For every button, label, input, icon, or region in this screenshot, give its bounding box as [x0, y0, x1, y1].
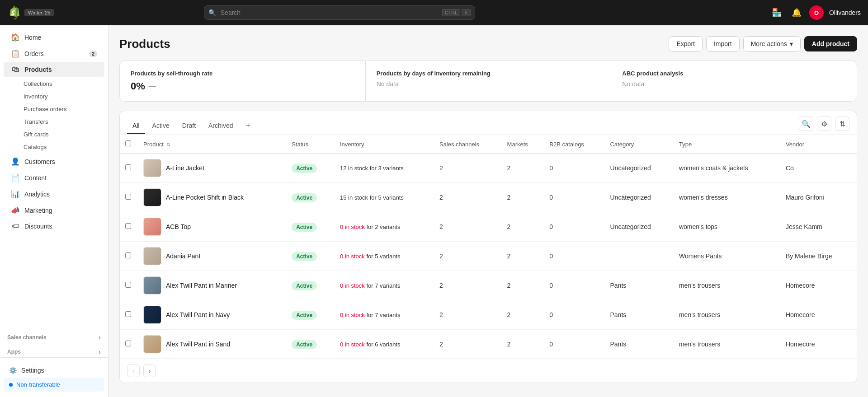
b2b-cell: 0	[544, 330, 604, 359]
col-product[interactable]: Product ⇅	[138, 135, 286, 154]
vendor-cell: Co	[780, 154, 857, 183]
non-transferable-label: Non-transferable	[16, 381, 60, 388]
tab-draft[interactable]: Draft	[177, 118, 201, 134]
pagination-next[interactable]: ›	[143, 364, 156, 377]
import-button[interactable]: Import	[706, 36, 740, 51]
status-badge: Active	[292, 193, 317, 202]
filter-button[interactable]: ⚙	[817, 117, 831, 131]
product-thumbnail	[143, 218, 161, 236]
notification-icon[interactable]: 🔔	[789, 5, 804, 20]
content-icon: 📄	[11, 173, 20, 182]
sidebar-item-marketing[interactable]: 📣 Marketing	[4, 202, 104, 218]
category-cell: Pants	[604, 271, 673, 300]
search-bar[interactable]: 🔍 CTRL K	[204, 5, 475, 20]
b2b-cell: 0	[544, 271, 604, 300]
inventory-cell: 0 in stock for 5 variants	[335, 242, 434, 271]
product-name[interactable]: ACB Top	[166, 223, 191, 230]
apps-expand-icon[interactable]: ›	[99, 348, 101, 355]
product-name[interactable]: Alex Twill Pant in Sand	[166, 341, 230, 348]
inventory-cell: 15 in stock for 5 variants	[335, 183, 434, 212]
non-transferable-item[interactable]: Non-transferable	[4, 378, 104, 392]
b2b-cell: 0	[544, 300, 604, 330]
inventory-cell: 0 in stock for 6 variants	[335, 330, 434, 359]
product-cell: Alex Twill Pant in Sand	[138, 330, 286, 359]
sidebar-item-home[interactable]: 🏠 Home	[4, 29, 104, 45]
home-icon: 🏠	[11, 33, 20, 42]
sidebar-item-discounts[interactable]: 🏷 Discounts	[4, 219, 104, 234]
product-name[interactable]: A-Line Pocket Shift in Black	[166, 194, 244, 201]
product-name[interactable]: Alex Twill Pant in Navy	[166, 311, 230, 318]
sidebar-item-content[interactable]: 📄 Content	[4, 170, 104, 186]
products-table-container: All Active Draft Archived + 🔍 ⚙ ⇅	[119, 111, 857, 383]
search-filter-button[interactable]: 🔍	[799, 117, 813, 131]
status-cell: Active	[286, 242, 335, 271]
page-title: Products	[119, 37, 170, 51]
storefront-icon[interactable]: 🏪	[769, 5, 784, 20]
k-key: K	[462, 9, 470, 16]
status-badge: Active	[292, 340, 317, 349]
inventory-value: 0 in stock for 7 variants	[340, 312, 401, 318]
vendor-cell: Jesse Kamm	[780, 212, 857, 242]
pagination-prev[interactable]: ‹	[127, 364, 140, 377]
sidebar-item-orders[interactable]: 📋 Orders 2	[4, 46, 104, 61]
ctrl-key: CTRL	[442, 9, 461, 16]
sidebar-item-transfers[interactable]: Transfers	[24, 116, 104, 128]
row-checkbox-6[interactable]	[125, 341, 131, 346]
vendor-cell: Homecore	[780, 330, 857, 359]
row-checkbox-1[interactable]	[125, 194, 131, 200]
row-checkbox-3[interactable]	[125, 252, 131, 258]
product-name[interactable]: A-Line Jacket	[166, 164, 204, 172]
sidebar-item-label: Customers	[24, 158, 55, 165]
card-nodata: No data	[622, 80, 846, 88]
status-badge: Active	[292, 164, 317, 173]
sidebar-item-collections[interactable]: Collections	[24, 78, 104, 90]
vendor-cell: By Malene Birge	[780, 242, 857, 271]
sidebar-item-catalogs[interactable]: Catalogs	[24, 141, 104, 153]
sales-channels-cell: 2	[434, 330, 502, 359]
sidebar-item-products[interactable]: 🛍 Products	[4, 62, 104, 77]
row-checkbox-0[interactable]	[125, 164, 131, 170]
add-product-button[interactable]: Add product	[804, 36, 857, 51]
row-checkbox-2[interactable]	[125, 223, 131, 229]
tab-all[interactable]: All	[127, 118, 145, 134]
more-actions-button[interactable]: More actions ▾	[743, 36, 801, 51]
product-thumbnail	[143, 159, 161, 177]
col-status: Status	[286, 135, 335, 154]
export-button[interactable]: Export	[669, 36, 702, 51]
settings-label: Settings	[21, 367, 44, 374]
inventory-cell: 0 in stock for 7 variants	[335, 271, 434, 300]
select-all-checkbox[interactable]	[125, 140, 131, 146]
sidebar-item-analytics[interactable]: 📊 Analytics	[4, 186, 104, 202]
col-sales-channels: Sales channels	[434, 135, 502, 154]
sidebar-item-purchase-orders[interactable]: Purchase orders	[24, 103, 104, 115]
b2b-cell: 0	[544, 242, 604, 271]
table-row: Alex Twill Pant in Sand Active0 in stock…	[120, 330, 857, 359]
product-cell: ACB Top	[138, 212, 286, 242]
orders-badge: 2	[89, 51, 97, 57]
sidebar-item-label: Content	[24, 174, 47, 182]
row-checkbox-4[interactable]	[125, 282, 131, 288]
sidebar-item-gift-cards[interactable]: Gift cards	[24, 128, 104, 140]
sidebar: 🏠 Home 📋 Orders 2 🛍 Products Collections…	[0, 25, 108, 397]
tab-tools: 🔍 ⚙ ⇅	[799, 117, 849, 135]
sidebar-item-customers[interactable]: 👤 Customers	[4, 154, 104, 169]
table-row: A-Line Pocket Shift in Black Active15 in…	[120, 183, 857, 212]
sidebar-item-inventory[interactable]: Inventory	[24, 90, 104, 103]
search-input[interactable]	[204, 5, 475, 20]
row-checkbox-5[interactable]	[125, 311, 131, 317]
card-title: Products by days of inventory remaining	[377, 70, 600, 77]
tab-archived[interactable]: Archived	[203, 118, 238, 134]
marketing-icon: 📣	[11, 206, 20, 215]
sales-channels-expand-icon[interactable]: ›	[99, 334, 101, 341]
inventory-value: 15 in stock for 5 variants	[340, 194, 404, 201]
markets-cell: 2	[502, 271, 544, 300]
product-name[interactable]: Adania Pant	[166, 252, 200, 260]
product-name[interactable]: Alex Twill Pant in Mariner	[166, 282, 237, 289]
tab-add-button[interactable]: +	[242, 119, 255, 132]
tab-active[interactable]: Active	[147, 118, 175, 134]
avatar[interactable]: O	[809, 5, 824, 20]
sort-button[interactable]: ⇅	[835, 117, 849, 131]
product-thumbnail	[143, 276, 161, 294]
settings-item[interactable]: ⚙️ Settings	[4, 363, 104, 378]
topbar-logo: Winter '25	[7, 6, 54, 19]
